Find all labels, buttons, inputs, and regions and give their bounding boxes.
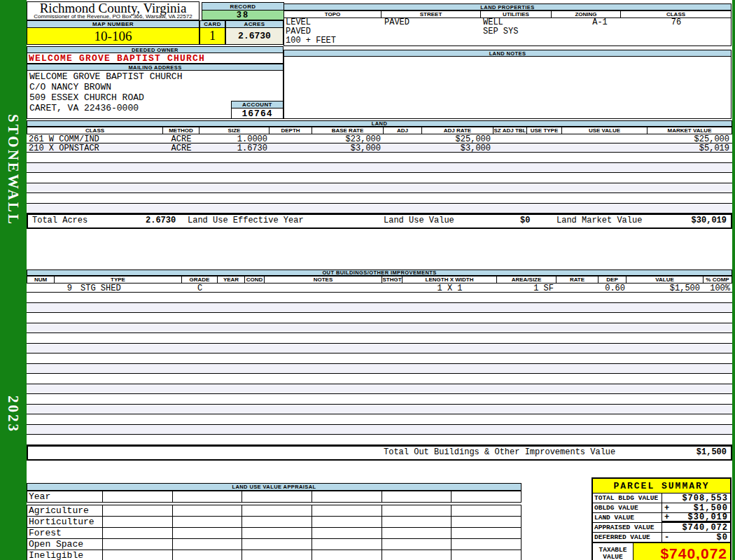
empty-row [27, 193, 732, 204]
land-use-cell [103, 505, 173, 517]
land-use-cell [451, 517, 522, 528]
cell-adj [384, 144, 422, 152]
cell-notes [265, 284, 382, 292]
empty-row [27, 435, 732, 445]
col-class: CLASS [27, 127, 163, 134]
cell-value: $1,500 [626, 284, 704, 292]
land-use-cell [312, 550, 382, 560]
col-adj-rate: ADJ RATE [422, 127, 493, 134]
cell-adj-rate: $25,000 [422, 134, 493, 143]
acres-cell: ACRES 2.6730 [225, 20, 284, 45]
mailing-address-label: MAILING ADDRESS [27, 64, 284, 71]
land-use-value: $0 [520, 216, 530, 226]
land-use-cell [312, 528, 382, 539]
table-row: Year [27, 491, 522, 503]
cell-size: 1.0000 [200, 134, 270, 143]
land-use-cell [242, 528, 312, 539]
col-size: SIZE [200, 127, 270, 134]
parcel-summary-title: PARCEL SUMMARY [593, 479, 730, 493]
land-use-cell [382, 517, 451, 528]
map-card-acres-row: MAP NUMBER 10-106 CARD 1 ACRES 2.6730 [27, 20, 284, 45]
land-use-cell [103, 539, 173, 550]
out-buildings-panel: OUT BUILDINGS/OTHER IMPROVEMENTS NUM TYP… [27, 270, 732, 461]
cell-use-value [562, 144, 648, 152]
summary-value-cell: - $0 [662, 533, 730, 542]
parcel-summary: PARCEL SUMMARY TOTAL BLDG VALUE $708,553… [592, 477, 732, 560]
acres-label: ACRES [225, 20, 284, 28]
cell-use-type [527, 144, 562, 152]
property-record-card: Richmond County, Virginia Commissioner o… [27, 0, 732, 560]
cell-area-size: 1 SF [497, 284, 556, 292]
land-use-cell [242, 491, 312, 503]
land-use-row-label: Forest [27, 528, 103, 539]
col-method: METHOD [163, 127, 200, 134]
summary-value-cell: $708,553 [662, 493, 730, 503]
summary-value-cell: + $30,019 [662, 513, 730, 522]
land-use-cell [242, 539, 312, 550]
deeded-owner-value: WELCOME GROVE BAPTIST CHURCH [27, 53, 284, 64]
land-title: LAND [27, 120, 732, 127]
col-depth: DEPTH [270, 127, 312, 134]
land-market-value: $30,019 [692, 216, 727, 226]
out-building-row: 9 STG SHED C 1 X 1 1 SF 0.60 $1,500 100% [27, 284, 732, 293]
land-use-value-label: Land Use Value [384, 216, 454, 226]
land-use-year-table: Year [27, 491, 522, 503]
summary-value-cell: $740,072 [662, 523, 730, 532]
cell-market-value: $25,000 [648, 134, 732, 143]
land-use-cell [103, 550, 173, 560]
cell-rate [556, 284, 598, 292]
record-value: 38 [202, 10, 284, 20]
land-use-row-label: Open Space [27, 539, 103, 550]
class-value: 76 [622, 18, 731, 27]
land-use-cell [242, 505, 312, 517]
total-acres-label: Total Acres [32, 216, 88, 226]
table-row: Horticulture [27, 517, 522, 528]
deeded-owner-label: DEEDED OWNER [27, 46, 284, 53]
empty-row [27, 414, 732, 425]
col-dep: DEP [598, 276, 626, 283]
card-cell: CARD 1 [200, 20, 225, 45]
summary-label: LAND VALUE [593, 513, 662, 522]
col-cond: COND [245, 276, 265, 283]
col-adj: ADJ [384, 127, 422, 134]
land-use-cell [312, 505, 382, 517]
table-row: Agriculture [27, 505, 522, 517]
cell-size: 1.6730 [200, 144, 270, 152]
cell-class: 261 W COMM/IND [27, 134, 163, 143]
land-use-cell [103, 517, 173, 528]
land-use-row-label: Year [27, 491, 103, 503]
land-use-row-label: Agriculture [27, 505, 103, 517]
land-header-row: CLASS METHOD SIZE DEPTH BASE RATE ADJ AD… [27, 127, 732, 134]
col-base-rate: BASE RATE [312, 127, 384, 134]
cell-market-value: $5,019 [648, 144, 732, 152]
table-row: Forest [27, 528, 522, 539]
out-buildings-header-row: NUM TYPE GRADE YEAR COND NOTES STHGT LEN… [27, 276, 732, 284]
land-use-cell [242, 517, 312, 528]
summary-row: DEFERRED VALUE - $0 [593, 533, 730, 542]
empty-row [27, 163, 732, 174]
summary-amount: $708,553 [682, 493, 728, 503]
summary-amount: $740,072 [682, 523, 728, 533]
table-row: Ineligible [27, 550, 522, 560]
cell-type: STG SHED [72, 284, 182, 292]
cell-adj [384, 134, 422, 143]
cell-adj-rate: $3,000 [422, 144, 493, 152]
out-buildings-empty-rows [27, 293, 732, 445]
land-use-row-label: Ineligible [27, 550, 103, 560]
empty-row [27, 425, 732, 435]
map-number-label: MAP NUMBER [27, 20, 200, 28]
land-use-cell [451, 528, 522, 539]
taxable-value: $740,072 [634, 543, 730, 560]
tax-year: 2023 [4, 396, 22, 433]
land-use-cell [451, 505, 522, 517]
land-use-appraisal-title: LAND USE VALUE APPRAISAL [27, 483, 522, 491]
cell-cond [245, 284, 265, 292]
address-line: WELCOME GROVE BAPTIST CHURCH [29, 71, 283, 82]
summary-row: LAND VALUE + $30,019 [593, 513, 730, 523]
land-properties-values: LEVEL PAVED 100 + FEET PAVED WELL SEP SY… [284, 18, 732, 46]
land-use-cell [242, 550, 312, 560]
land-use-cell [451, 539, 522, 550]
land-use-cell [382, 505, 451, 517]
record-box: RECORD 38 [202, 2, 284, 20]
land-panel: LAND CLASS METHOD SIZE DEPTH BASE RATE A… [27, 120, 732, 229]
